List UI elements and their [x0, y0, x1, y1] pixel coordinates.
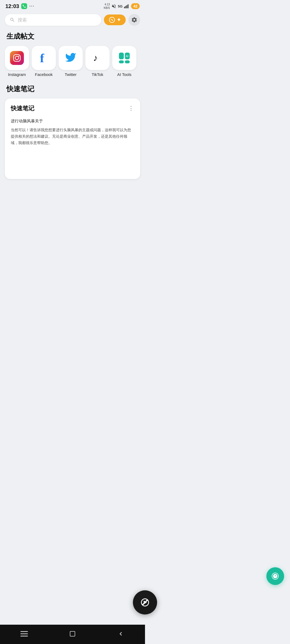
svg-text:AI: AI	[126, 54, 128, 58]
tiktok-icon-box[interactable]: ♪	[85, 46, 110, 70]
ai-sparkle-icon: ✦	[117, 17, 121, 23]
notes-section-title: 快速笔记	[0, 81, 145, 96]
facebook-icon: f	[38, 52, 50, 64]
app-item-aitools[interactable]: AI AI Tools	[112, 46, 136, 77]
notes-card-header: 快速笔记 ⋮	[11, 104, 134, 112]
time-label: 12:03	[5, 3, 19, 9]
gear-icon	[131, 17, 137, 23]
notes-card-title: 快速笔记	[11, 104, 34, 112]
facebook-label: Facebook	[35, 72, 53, 77]
svg-rect-0	[124, 7, 125, 8]
svg-point-7	[18, 56, 19, 57]
notes-prompt: 进行动脑风暴关于	[11, 118, 134, 124]
notes-card: 快速笔记 ⋮ 进行动脑风暴关于 当然可以！请告诉我您想要进行头脑风暴的主题或问题…	[5, 98, 140, 179]
status-dots: ···	[29, 4, 34, 9]
facebook-icon-box[interactable]: f	[32, 46, 56, 70]
ai-button[interactable]: ✦	[104, 14, 126, 25]
notes-content: 进行动脑风暴关于 当然可以！请告诉我您想要进行头脑风暴的主题或问题，这样我可以为…	[11, 118, 134, 146]
settings-button[interactable]	[128, 14, 140, 26]
app-item-twitter[interactable]: Twitter	[59, 46, 83, 77]
aitools-icon: AI	[118, 52, 130, 64]
app-grid: Instagram f Facebook Twitter	[0, 44, 145, 81]
twitter-icon-box[interactable]	[59, 46, 83, 70]
aitools-label: AI Tools	[117, 72, 131, 77]
phone-icon	[21, 3, 27, 9]
app-item-instagram[interactable]: Instagram	[5, 46, 29, 77]
battery-indicator: 42	[131, 3, 140, 9]
search-bar[interactable]: 搜索	[5, 14, 101, 26]
status-left: 12:03 ···	[5, 3, 35, 9]
app-item-tiktok[interactable]: ♪ TikTok	[85, 46, 110, 77]
svg-rect-2	[126, 5, 127, 8]
svg-rect-5	[14, 55, 20, 61]
svg-rect-1	[125, 6, 126, 8]
instagram-label: Instagram	[8, 72, 26, 77]
tiktok-label: TikTok	[92, 72, 103, 77]
svg-text:f: f	[40, 52, 44, 63]
notes-menu-button[interactable]: ⋮	[128, 105, 134, 112]
svg-point-6	[15, 56, 19, 60]
generate-section-title: 生成帖文	[0, 28, 145, 44]
svg-text:♪: ♪	[93, 53, 98, 63]
svg-rect-3	[128, 4, 129, 8]
aitools-icon-box[interactable]: AI	[112, 46, 136, 70]
status-right: 4.13KB/S 5G 42	[104, 3, 140, 10]
search-placeholder: 搜索	[18, 17, 96, 23]
search-icon	[10, 17, 15, 23]
ai-icon	[109, 17, 115, 23]
instagram-icon	[10, 51, 24, 65]
twitter-icon	[65, 52, 77, 64]
twitter-label: Twitter	[65, 72, 77, 77]
mute-icon	[111, 4, 116, 9]
network-speed: 4.13KB/S	[104, 3, 110, 10]
status-bar: 12:03 ··· 4.13KB/S 5G 42	[0, 0, 145, 11]
tiktok-icon: ♪	[92, 52, 103, 64]
app-item-facebook[interactable]: f Facebook	[32, 46, 56, 77]
instagram-icon-box[interactable]	[5, 46, 29, 70]
signal-label: 5G	[118, 4, 122, 8]
notes-response: 当然可以！请告诉我您想要进行头脑风暴的主题或问题，这样我可以为您提供相关的想法和…	[11, 127, 134, 146]
top-row: 搜索 ✦	[0, 11, 145, 28]
signal-bars-icon	[124, 4, 129, 8]
